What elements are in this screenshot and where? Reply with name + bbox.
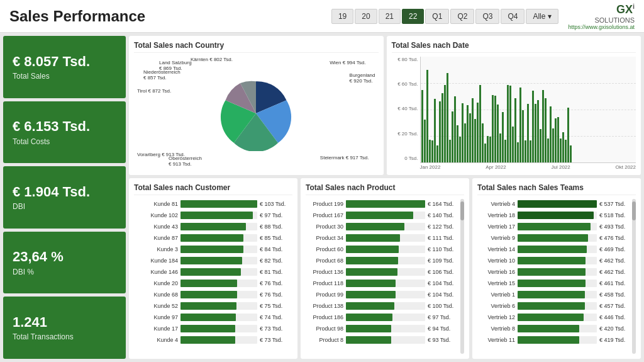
date-bar xyxy=(431,140,433,162)
list-item: Kunde 3 € 84 Tsd. xyxy=(134,244,292,254)
kpi-dbi-pct-value: 23,64 % xyxy=(13,249,116,265)
date-bar xyxy=(436,145,438,162)
bar-value: € 93 Tsd. xyxy=(428,337,459,343)
list-item: Product 98 € 94 Tsd. xyxy=(306,324,459,334)
year-btn-20[interactable]: 20 xyxy=(355,9,377,24)
bar-label: Vertrieb 15 xyxy=(477,280,515,286)
date-bar xyxy=(426,70,428,162)
bar-track xyxy=(346,200,425,208)
bar-label: Vertrieb 17 xyxy=(477,223,515,230)
bar-track xyxy=(180,314,257,321)
year-btn-21[interactable]: 21 xyxy=(379,9,401,24)
bar-track xyxy=(518,314,597,321)
date-bar xyxy=(434,99,436,162)
bar-value: € 104 Tsd. xyxy=(428,291,459,298)
bar-label: Vertrieb 9 xyxy=(477,235,515,241)
quarter-btn-q1[interactable]: Q1 xyxy=(425,9,449,24)
date-bar xyxy=(514,98,516,162)
bar-fill xyxy=(346,200,425,208)
kpi-total-costs: € 6.153 Tsd. Total Costs xyxy=(3,101,126,164)
date-bar xyxy=(560,139,562,162)
quarter-btn-q3[interactable]: Q3 xyxy=(475,9,499,24)
bar-fill xyxy=(180,223,246,230)
list-item: Kunde 17 € 73 Tsd. xyxy=(134,324,292,334)
date-bars xyxy=(421,57,636,162)
date-bar xyxy=(441,93,443,162)
chart-product-title: Total Sales nach Product xyxy=(306,183,464,195)
date-bar xyxy=(462,103,464,162)
bar-track xyxy=(346,336,425,344)
bar-label: Kunde 3 xyxy=(134,246,178,252)
list-item: Kunde 4 € 73 Tsd. xyxy=(134,335,292,345)
alle-dropdown[interactable]: Alle ▾ xyxy=(526,9,558,24)
bar-fill xyxy=(518,291,585,298)
bar-track xyxy=(518,268,597,276)
bar-fill xyxy=(346,314,392,321)
date-bar xyxy=(499,133,501,162)
bar-label: Vertrieb 1 xyxy=(477,291,515,298)
bar-track xyxy=(180,336,257,344)
bar-value: € 94 Tsd. xyxy=(428,325,459,332)
bar-value: € 85 Tsd. xyxy=(260,235,292,241)
page-title: Sales Performance xyxy=(9,8,331,25)
logo-brand: GXi SOLUTIONS xyxy=(568,3,635,24)
bar-track xyxy=(180,234,257,242)
date-bar xyxy=(552,128,554,162)
bar-fill xyxy=(180,234,243,242)
bar-fill xyxy=(346,234,400,242)
bar-value: € 88 Tsd. xyxy=(260,223,292,230)
year-btn-22[interactable]: 22 xyxy=(402,9,424,24)
date-bar xyxy=(449,140,451,162)
list-item: Product 199 € 164 Tsd. xyxy=(306,199,459,209)
date-bar xyxy=(547,139,549,162)
date-bar xyxy=(447,73,448,162)
list-item: Vertrieb 4 € 537 Tsd. xyxy=(477,199,631,209)
date-bar xyxy=(424,120,426,162)
pie-label-salzburg: Land Salzburg€ 869 Tsd. xyxy=(159,60,192,71)
x-label-apr: Apr 2022 xyxy=(486,164,506,170)
bar-value: € 462 Tsd. xyxy=(599,257,631,264)
bar-label: Kunde 4 xyxy=(134,337,178,343)
bar-track xyxy=(518,291,597,298)
bar-fill xyxy=(518,280,586,287)
bar-label: Vertrieb 11 xyxy=(477,337,515,343)
kpi-total-transactions-value: 1.241 xyxy=(13,314,116,331)
bar-label: Vertrieb 4 xyxy=(477,201,515,207)
quarter-btn-q4[interactable]: Q4 xyxy=(501,9,525,24)
bar-label: Vertrieb 14 xyxy=(477,246,515,252)
header: Sales Performance 19 20 21 22 Q1 Q2 Q3 Q… xyxy=(0,0,644,33)
date-bar xyxy=(502,112,504,162)
chart-customer-title: Total Sales nach Customer xyxy=(134,183,292,195)
bar-track xyxy=(346,291,425,298)
kpi-dbi-pct: 23,64 % DBI % xyxy=(3,232,126,294)
bar-value: € 419 Tsd. xyxy=(599,337,631,343)
sales-teams-scrollbar[interactable] xyxy=(632,199,636,354)
bar-value: € 73 Tsd. xyxy=(260,337,292,343)
year-btn-19[interactable]: 19 xyxy=(331,9,353,24)
date-bar xyxy=(562,132,564,162)
bar-value: € 446 Tsd. xyxy=(599,314,631,320)
bar-label: Vertrieb 16 xyxy=(477,269,515,275)
pie-label-vorarlberg: Vorarlberg € 913 Tsd. xyxy=(137,152,185,157)
quarter-btn-q2[interactable]: Q2 xyxy=(450,9,474,24)
x-label-jul: Jul 2022 xyxy=(551,164,570,170)
date-bar xyxy=(479,85,481,162)
bar-value: € 106 Tsd. xyxy=(428,269,459,275)
bar-label: Product 60 xyxy=(306,246,343,252)
bar-track xyxy=(518,325,597,332)
date-bar xyxy=(454,96,456,162)
date-bar xyxy=(464,123,466,162)
bar-value: € 476 Tsd. xyxy=(599,235,631,241)
bar-label: Kunde 97 xyxy=(134,314,178,320)
bar-track xyxy=(346,257,425,264)
date-bar xyxy=(482,123,484,162)
bar-track xyxy=(518,257,597,264)
list-item: Kunde 68 € 76 Tsd. xyxy=(134,290,292,300)
product-scrollbar[interactable] xyxy=(460,199,464,354)
bar-fill xyxy=(180,325,235,332)
date-bar xyxy=(570,145,572,162)
list-item: Vertrieb 14 € 469 Tsd. xyxy=(477,244,631,254)
date-bar xyxy=(497,105,499,162)
list-item: Kunde 97 € 74 Tsd. xyxy=(134,312,292,322)
date-bar xyxy=(532,91,534,162)
